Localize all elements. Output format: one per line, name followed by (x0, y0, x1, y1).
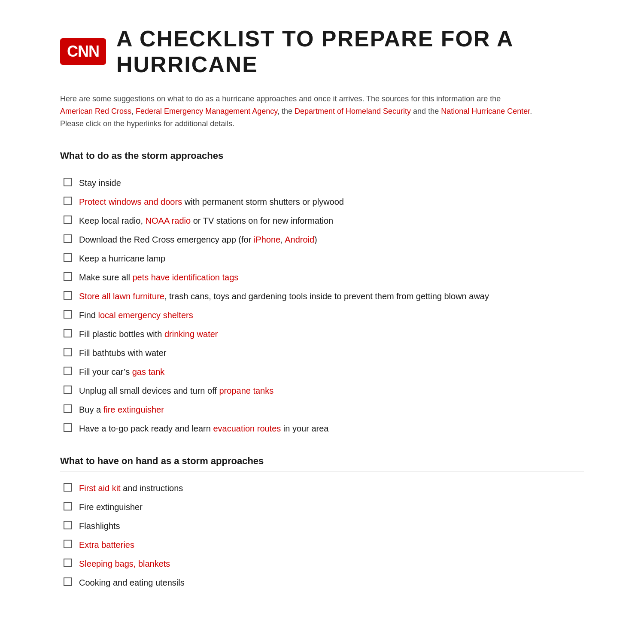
page-header: CNN A CHECKLIST TO PREPARE FOR A HURRICA… (60, 26, 584, 77)
link-emergency-shelters[interactable]: local emergency shelters (98, 310, 193, 320)
checkbox-icon[interactable] (64, 310, 72, 319)
list-item: Buy a fire extinguisher (60, 403, 584, 416)
section1-title: What to do as the storm approaches (60, 150, 584, 166)
link-extra-batteries[interactable]: Extra batteries (79, 540, 134, 550)
checkbox-icon[interactable] (64, 502, 72, 510)
link-gas-tank[interactable]: gas tank (132, 367, 165, 377)
list-item: Download the Red Cross emergency app (fo… (60, 233, 584, 246)
link-android[interactable]: Android (285, 235, 314, 244)
checkbox-icon[interactable] (64, 386, 72, 394)
link-store-lawn-furniture[interactable]: Store all lawn furniture (79, 292, 164, 301)
link-sleeping-bags-blankets[interactable]: Sleeping bags, blankets (79, 559, 170, 568)
checkbox-icon[interactable] (64, 216, 72, 224)
link-propane-tanks[interactable]: propane tanks (219, 386, 273, 395)
link-noaa-radio[interactable]: NOAA radio (146, 216, 191, 225)
list-item: Stay inside (60, 176, 584, 189)
list-item: Cooking and eating utensils (60, 576, 584, 589)
item-text: Fill plastic bottles with drinking water (79, 328, 584, 340)
list-item: Make sure all pets have identification t… (60, 271, 584, 284)
section-storm-approaches: What to do as the storm approaches Stay … (60, 150, 584, 435)
checkbox-icon[interactable] (64, 178, 72, 186)
list-item: Fire extinguisher (60, 501, 584, 513)
link-dhs[interactable]: Department of Homeland Security (295, 107, 411, 115)
list-item: Find local emergency shelters (60, 309, 584, 322)
link-fema[interactable]: Federal Emergency Management Agency (136, 107, 277, 115)
item-text: Cooking and eating utensils (79, 576, 584, 589)
intro-text-4: and the (411, 107, 441, 115)
list-item: Store all lawn furniture, trash cans, to… (60, 290, 584, 303)
list-item: Protect windows and doors with permanent… (60, 195, 584, 208)
link-pets-id-tags[interactable]: pets have identification tags (133, 273, 239, 282)
item-text: Sleeping bags, blankets (79, 557, 584, 570)
checkbox-icon[interactable] (64, 483, 72, 492)
item-text: Protect windows and doors with permanent… (79, 195, 584, 208)
checkbox-icon[interactable] (64, 329, 72, 337)
checkbox-icon[interactable] (64, 540, 72, 548)
item-text: Fill your car’s gas tank (79, 365, 584, 378)
list-item: Keep local radio, NOAA radio or TV stati… (60, 214, 584, 227)
checkbox-icon[interactable] (64, 521, 72, 529)
list-item: Unplug all small devices and turn off pr… (60, 384, 584, 397)
intro-text-before: Here are some suggestions on what to do … (60, 94, 501, 103)
intro-text-3: , the (277, 107, 295, 115)
item-text: First aid kit and instructions (79, 482, 584, 495)
item-text: Keep local radio, NOAA radio or TV stati… (79, 214, 584, 227)
list-item: Keep a hurricane lamp (60, 252, 584, 265)
list-item: Fill your car’s gas tank (60, 365, 584, 378)
item-text: Store all lawn furniture, trash cans, to… (79, 290, 584, 303)
item-text: Have a to-go pack ready and learn evacua… (79, 422, 584, 435)
link-evacuation-routes[interactable]: evacuation routes (213, 424, 281, 433)
section2-title: What to have on hand as a storm approach… (60, 456, 584, 471)
link-drinking-water[interactable]: drinking water (164, 329, 218, 339)
link-fire-extinguisher[interactable]: fire extinguisher (103, 405, 164, 414)
list-item: Extra batteries (60, 538, 584, 551)
list-item: Have a to-go pack ready and learn evacua… (60, 422, 584, 435)
item-text: Find local emergency shelters (79, 309, 584, 322)
item-text: Flashlights (79, 519, 584, 532)
checkbox-icon[interactable] (64, 367, 72, 375)
item-text: Keep a hurricane lamp (79, 252, 584, 265)
list-item: Sleeping bags, blankets (60, 557, 584, 570)
link-american-red-cross[interactable]: American Red Cross (60, 107, 131, 115)
section1-checklist: Stay inside Protect windows and doors wi… (60, 176, 584, 435)
link-iphone[interactable]: iPhone (254, 235, 280, 244)
item-text: Extra batteries (79, 538, 584, 551)
checkbox-icon[interactable] (64, 253, 72, 262)
list-item: First aid kit and instructions (60, 482, 584, 495)
item-text: Fill bathtubs with water (79, 346, 584, 359)
section2-checklist: First aid kit and instructions Fire exti… (60, 482, 584, 589)
checkbox-icon[interactable] (64, 272, 72, 281)
item-text: Download the Red Cross emergency app (fo… (79, 233, 584, 246)
checkbox-icon[interactable] (64, 559, 72, 567)
checkbox-icon[interactable] (64, 197, 72, 205)
intro-paragraph: Here are some suggestions on what to do … (60, 93, 532, 130)
link-protect-windows[interactable]: Protect windows and doors (79, 197, 182, 207)
item-text: Buy a fire extinguisher (79, 403, 584, 416)
list-item: Fill plastic bottles with drinking water (60, 328, 584, 340)
checkbox-icon[interactable] (64, 291, 72, 300)
intro-comma1: , (131, 107, 136, 115)
page-title: A CHECKLIST TO PREPARE FOR A HURRICANE (116, 26, 584, 77)
list-item: Fill bathtubs with water (60, 346, 584, 359)
link-first-aid-kit[interactable]: First aid kit (79, 483, 121, 493)
checkbox-icon[interactable] (64, 348, 72, 356)
checkbox-icon[interactable] (64, 404, 72, 413)
checkbox-icon[interactable] (64, 234, 72, 243)
item-text: Unplug all small devices and turn off pr… (79, 384, 584, 397)
checkbox-icon[interactable] (64, 577, 72, 586)
checkbox-icon[interactable] (64, 423, 72, 432)
item-text: Stay inside (79, 176, 584, 189)
list-item: Flashlights (60, 519, 584, 532)
item-text: Make sure all pets have identification t… (79, 271, 584, 284)
cnn-logo: CNN (60, 38, 106, 65)
item-text: Fire extinguisher (79, 501, 584, 513)
section-have-on-hand: What to have on hand as a storm approach… (60, 456, 584, 589)
link-nhc[interactable]: National Hurricane Center (441, 107, 530, 115)
